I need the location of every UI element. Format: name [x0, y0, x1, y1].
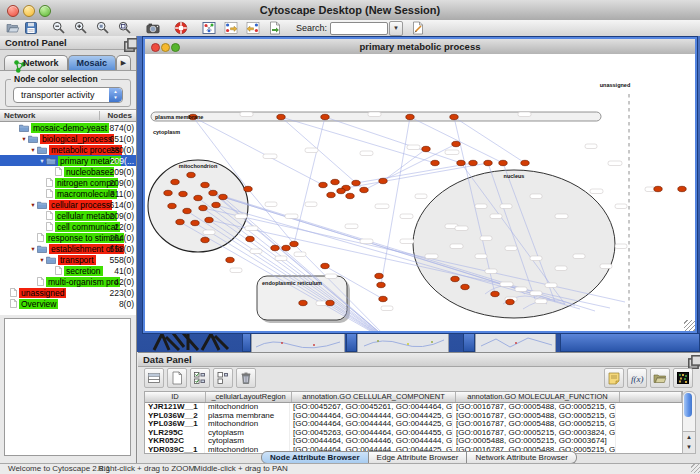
network-node[interactable] [452, 141, 460, 146]
annotation-icon[interactable] [411, 21, 425, 35]
network-node[interactable] [499, 160, 507, 165]
attribute-note-icon[interactable] [604, 368, 624, 388]
tree-row[interactable]: cell communicat22(0) [0, 221, 136, 232]
table-column-header[interactable]: _cellularLayoutRegion [206, 392, 292, 402]
show-all-icon[interactable] [246, 21, 260, 35]
network-canvas[interactable]: plasma membranecytoplasmmitochondrionnuc… [145, 54, 695, 331]
network-node[interactable] [521, 160, 529, 165]
function-builder-icon[interactable]: f(x) [627, 368, 647, 388]
expand-arrow-icon[interactable]: ▼ [38, 158, 46, 164]
tree-row[interactable]: ▼cellular process614(0) [0, 199, 136, 210]
network-node[interactable] [654, 186, 662, 191]
tree-row[interactable]: ▼primary metabo209(... [0, 155, 136, 166]
import-attributes-icon[interactable] [650, 368, 670, 388]
network-node[interactable] [271, 245, 279, 250]
birds-eye-view[interactable] [4, 318, 131, 456]
network-node[interactable] [337, 188, 345, 193]
zoom-in-icon[interactable] [74, 21, 88, 35]
expand-arrow-icon[interactable]: ▼ [29, 246, 37, 252]
network-node[interactable] [277, 114, 285, 119]
window-zoom-icon[interactable] [171, 43, 180, 52]
network-node[interactable] [209, 190, 217, 195]
table-row[interactable]: YPL036W__2plasma membrane[GO:0044464, GO… [145, 412, 682, 421]
table-row[interactable]: YJR121W__1mitochondrion[GO:0045267, GO:0… [145, 403, 682, 412]
network-node[interactable] [379, 178, 387, 183]
background-window-frame[interactable] [242, 333, 251, 352]
background-window-frame[interactable] [560, 333, 700, 352]
tree-row[interactable]: nitrogen compo209(0) [0, 177, 136, 188]
network-node[interactable] [461, 284, 469, 289]
unselect-all-attributes-icon[interactable] [213, 368, 233, 388]
table-column-header[interactable]: annotation.GO CELLULAR_COMPONENT [292, 392, 456, 402]
float-panel-icon[interactable] [124, 38, 133, 47]
tab-network[interactable]: Network [4, 55, 68, 70]
save-session-icon[interactable] [24, 21, 38, 35]
table-row[interactable]: YKR052Ccytoplasm[GO:0044464, GO:0044446,… [145, 437, 682, 446]
node-color-dropdown[interactable]: transporter activity ▲▼ [13, 87, 123, 103]
network-node[interactable] [191, 220, 199, 225]
network-node[interactable] [450, 114, 458, 119]
tree-row[interactable]: Overview8(0) [0, 298, 136, 309]
window-close-icon[interactable] [151, 43, 160, 52]
network-node[interactable] [484, 160, 492, 165]
network-node[interactable] [360, 187, 368, 192]
network-node[interactable] [319, 182, 327, 187]
delete-attribute-icon[interactable] [236, 368, 256, 388]
background-window-sliver[interactable] [251, 333, 345, 352]
open-session-icon[interactable] [6, 21, 20, 35]
tree-row[interactable]: nucleobase-209(0) [0, 166, 136, 177]
network-node[interactable] [377, 282, 385, 287]
tree-row[interactable]: unassigned223(0) [0, 287, 136, 298]
table-column-header[interactable]: ID [145, 392, 206, 402]
network-node[interactable] [212, 202, 220, 207]
network-node[interactable] [226, 257, 234, 262]
minimize-button[interactable] [23, 5, 35, 17]
network-node[interactable] [422, 146, 430, 151]
network-node[interactable] [244, 186, 252, 191]
network-node[interactable] [205, 217, 213, 222]
close-button[interactable] [7, 5, 19, 17]
network-node[interactable] [346, 193, 354, 198]
network-node[interactable] [282, 245, 290, 250]
background-window-sliver[interactable] [357, 333, 449, 352]
tree-row[interactable]: mosaic-demo-yeast874(0) [0, 122, 136, 133]
network-node[interactable] [406, 114, 414, 119]
scrollbar-thumb[interactable] [684, 393, 692, 417]
fit-content-icon[interactable] [118, 21, 132, 35]
network-node[interactable] [431, 160, 439, 165]
network-node[interactable] [506, 299, 514, 304]
network-node[interactable] [327, 192, 335, 197]
search-input[interactable] [330, 22, 388, 35]
matrix-view-icon[interactable] [673, 368, 693, 388]
snapshot-camera-icon[interactable] [146, 21, 160, 35]
tree-row[interactable]: secretion41(0) [0, 265, 136, 276]
zoom-button[interactable] [39, 5, 51, 17]
network-node[interactable] [321, 263, 329, 268]
background-window-sliver[interactable] [475, 333, 556, 352]
window-minimize-icon[interactable] [161, 43, 170, 52]
network-node[interactable] [168, 203, 176, 208]
tree-row[interactable]: ▼biological_process651(0) [0, 133, 136, 144]
network-node[interactable] [326, 300, 334, 305]
tab-overflow-arrow[interactable]: ▶ [116, 55, 131, 70]
tree-row[interactable]: ▼transport558(0) [0, 254, 136, 265]
background-window-frame[interactable] [346, 333, 357, 352]
search-dropdown-arrow-icon[interactable]: ▼ [389, 21, 403, 36]
network-node[interactable] [187, 172, 195, 177]
zoom-selected-region-icon[interactable] [96, 21, 110, 35]
network-node[interactable] [379, 296, 387, 301]
window-resize-grip[interactable] [684, 320, 695, 331]
app-resize-grip[interactable] [691, 464, 700, 473]
network-node[interactable] [491, 291, 499, 296]
expand-arrow-icon[interactable]: ▼ [29, 147, 37, 153]
background-window-frame[interactable] [463, 333, 475, 352]
tree-row[interactable]: ▼establishment of lo558(0) [0, 243, 136, 254]
table-column-header[interactable]: annotation.GO MOLECULAR_FUNCTION [456, 392, 620, 402]
network-node[interactable] [199, 205, 207, 210]
network-node[interactable] [176, 219, 184, 224]
tree-row[interactable]: multi-organism pro42(0) [0, 276, 136, 287]
tree-row[interactable]: response to stimulu264(0) [0, 232, 136, 243]
graphics-details-icon[interactable] [202, 21, 216, 35]
network-node[interactable] [246, 236, 254, 241]
expand-arrow-icon[interactable]: ▼ [29, 202, 37, 208]
